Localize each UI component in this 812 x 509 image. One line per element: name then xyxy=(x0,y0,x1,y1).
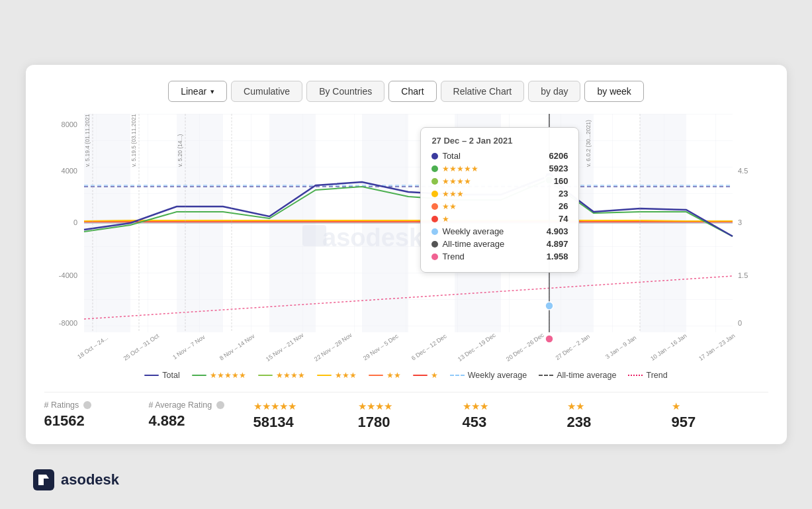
svg-text:4000: 4000 xyxy=(61,167,77,175)
legend-line-trend xyxy=(628,375,643,376)
legend-2star: ★★ xyxy=(369,371,401,380)
stat-1star: ★ 957 xyxy=(664,400,768,431)
svg-text:v. 5.20 (14...): v. 5.20 (14...) xyxy=(177,134,183,167)
legend-4star: ★★★★ xyxy=(258,371,305,380)
tooltip-value-total: 6206 xyxy=(549,151,568,161)
brand-name: asodesk xyxy=(61,471,119,488)
tooltip-row-4star: ★★★★ 160 xyxy=(431,176,568,186)
svg-text:25 Oct – 31 Oct: 25 Oct – 31 Oct xyxy=(122,332,160,362)
3star-dot xyxy=(431,191,438,197)
stat-label-ratings: # Ratings xyxy=(44,400,133,410)
svg-text:8000: 8000 xyxy=(61,120,77,128)
stat-5star: ★★★★★ 58134 xyxy=(246,400,350,431)
svg-point-28 xyxy=(545,302,553,310)
stat-ratings: # Ratings 61562 xyxy=(44,400,141,430)
svg-text:22 Nov – 28 Nov: 22 Nov – 28 Nov xyxy=(312,332,353,363)
svg-text:v. 5.19.5 (03.11.2021): v. 5.19.5 (03.11.2021) xyxy=(130,114,137,167)
svg-text:v. 6.0.2 (30...2021): v. 6.0.2 (30...2021) xyxy=(585,120,592,167)
1star-dot xyxy=(431,216,438,222)
legend-5star: ★★★★★ xyxy=(192,371,246,380)
info-icon-ratings xyxy=(83,401,91,409)
svg-text:1.5: 1.5 xyxy=(738,271,748,279)
tooltip-label-alltime: All-time average xyxy=(442,239,504,249)
legend-alltime: All-time average xyxy=(539,371,616,380)
legend-label-trend: Trend xyxy=(646,371,667,380)
tooltip-row-weekly: Weekly average 4.903 xyxy=(431,226,568,236)
cumulative-button[interactable]: Cumulative xyxy=(231,81,302,102)
total-dot xyxy=(431,153,438,160)
legend-trend: Trend xyxy=(628,371,667,380)
chart-button[interactable]: Chart xyxy=(388,81,436,102)
svg-rect-10 xyxy=(302,225,326,246)
stat-value-5star: 58134 xyxy=(253,414,342,431)
tooltip-value-weekly: 4.903 xyxy=(547,226,568,236)
tooltip-value-2star: 26 xyxy=(559,201,568,211)
tooltip-label-weekly: Weekly average xyxy=(442,226,504,236)
stat-stars-1: ★ xyxy=(672,400,760,412)
svg-text:18 Oct – 24...: 18 Oct – 24... xyxy=(76,334,109,360)
main-card: Linear Cumulative By Countries Chart Rel… xyxy=(26,65,787,444)
stat-stars-5: ★★★★★ xyxy=(253,400,342,412)
tooltip-row-2star: ★★ 26 xyxy=(431,201,568,211)
stat-avg-rating: # Average Rating 4.882 xyxy=(141,400,246,430)
tooltip-value-1star: 74 xyxy=(559,214,568,224)
tooltip-value-alltime: 4.897 xyxy=(547,239,568,249)
tooltip-row-alltime: All-time average 4.897 xyxy=(431,239,568,249)
svg-text:17 Jan – 23 Jan: 17 Jan – 23 Jan xyxy=(698,332,736,362)
5star-dot xyxy=(431,165,438,172)
by-countries-button[interactable]: By Countries xyxy=(306,81,384,102)
stat-value-1star: 957 xyxy=(672,414,760,431)
svg-text:0: 0 xyxy=(73,218,77,226)
tooltip-title: 27 Dec – 2 Jan 2021 xyxy=(431,136,568,146)
alltime-dot xyxy=(431,241,438,248)
tooltip-row-total: Total 6206 xyxy=(431,151,568,161)
tooltip-row-1star: ★ 74 xyxy=(431,214,568,224)
tooltip-row-trend: Trend 1.958 xyxy=(431,252,568,261)
legend-label-weekly: Weekly average xyxy=(468,371,527,380)
by-week-button[interactable]: by week xyxy=(584,81,643,102)
svg-text:-8000: -8000 xyxy=(58,319,77,327)
legend-3star: ★★★ xyxy=(317,371,357,380)
tooltip-value-trend: 1.958 xyxy=(547,252,568,261)
svg-text:-4000: -4000 xyxy=(58,271,77,279)
legend-line-4star xyxy=(258,375,273,376)
legend-total: Total xyxy=(144,371,179,380)
svg-text:v. 5.19.4 (01.11.2021): v. 5.19.4 (01.11.2021) xyxy=(84,114,91,167)
tooltip-label-total: Total xyxy=(442,151,460,161)
tooltip-label-1star: ★ xyxy=(442,214,449,224)
legend-label-4star: ★★★★ xyxy=(276,371,305,380)
tooltip-value-4star: 160 xyxy=(554,176,568,186)
toolbar: Linear Cumulative By Countries Chart Rel… xyxy=(44,81,768,102)
svg-text:1 Nov – 7 Nov: 1 Nov – 7 Nov xyxy=(171,334,206,361)
tooltip-row-5star: ★★★★★ 5923 xyxy=(431,163,568,173)
legend-label-total: Total xyxy=(162,371,179,380)
stat-value-4star: 1780 xyxy=(358,414,447,431)
by-day-button[interactable]: by day xyxy=(528,81,580,102)
legend-line-total xyxy=(144,375,159,376)
tooltip-value-5star: 5923 xyxy=(549,163,568,173)
tooltip-label-3star: ★★★ xyxy=(442,189,464,199)
svg-text:asodesk: asodesk xyxy=(322,224,424,252)
svg-text:29 Nov – 5 Dec: 29 Nov – 5 Dec xyxy=(361,332,399,361)
legend-label-2star: ★★ xyxy=(386,371,401,380)
svg-text:3: 3 xyxy=(738,218,742,226)
chart-legend: Total ★★★★★ ★★★★ ★★★ ★★ ★ Weekly average xyxy=(44,371,768,380)
info-icon-avg xyxy=(216,401,224,409)
legend-label-3star: ★★★ xyxy=(335,371,357,380)
tooltip: 27 Dec – 2 Jan 2021 Total 6206 ★★★★★ 592… xyxy=(420,127,579,273)
linear-button[interactable]: Linear xyxy=(168,81,227,102)
svg-text:8 Nov – 14 Nov: 8 Nov – 14 Nov xyxy=(218,332,255,361)
chart-area: asodesk v xyxy=(44,114,768,365)
stats-row: # Ratings 61562 # Average Rating 4.882 ★… xyxy=(44,392,768,431)
trend-dot xyxy=(431,254,438,260)
legend-line-3star xyxy=(317,375,332,376)
stat-4star: ★★★★ 1780 xyxy=(350,400,455,431)
brand-logo xyxy=(33,469,54,490)
svg-text:3 Jan – 9 Jan: 3 Jan – 9 Jan xyxy=(604,334,637,360)
svg-text:15 Nov – 21 Nov: 15 Nov – 21 Nov xyxy=(264,332,304,363)
stat-value-2star: 238 xyxy=(567,414,656,431)
stat-stars-4: ★★★★ xyxy=(358,400,447,412)
legend-label-1star: ★ xyxy=(431,371,438,380)
relative-chart-button[interactable]: Relative Chart xyxy=(441,81,525,102)
legend-1star: ★ xyxy=(413,371,438,380)
